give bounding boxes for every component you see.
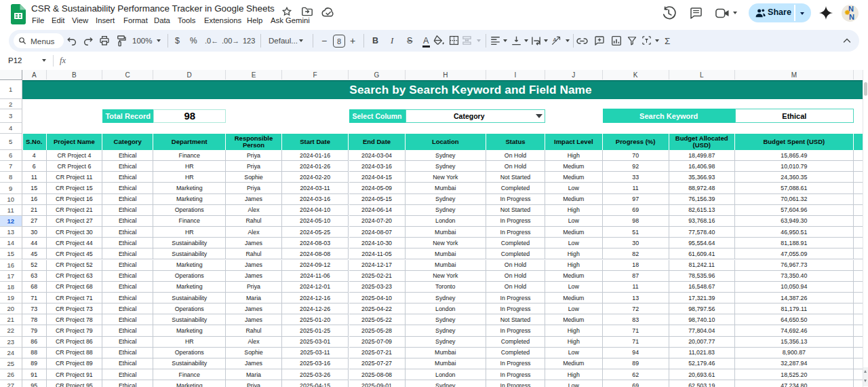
svg-text:A: A (553, 37, 557, 43)
